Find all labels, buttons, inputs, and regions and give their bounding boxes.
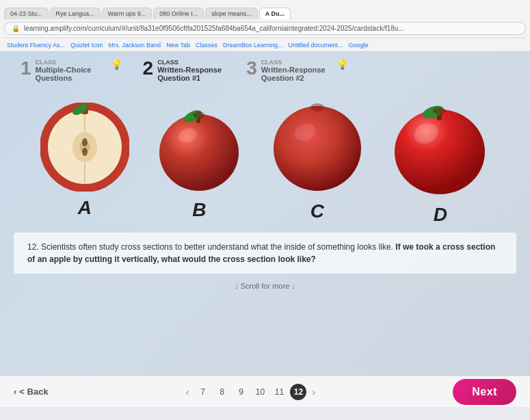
apple-item-c: C — [269, 99, 365, 222]
tab-2[interactable]: Rye Langua... — [50, 8, 101, 19]
svg-point-11 — [159, 114, 239, 191]
step-2-title: Written-Response Question #1 — [157, 66, 226, 82]
scroll-hint: ↓ Scroll for more ↓ — [14, 279, 516, 293]
step-2-number: 2 — [143, 59, 154, 78]
tab-1[interactable]: 04-23 Stu... — [4, 8, 49, 19]
tab-4[interactable]: 080 Online I... — [153, 8, 204, 19]
main-content: 1 CLASS Multiple-Choice Questions 💡 2 CL… — [0, 52, 530, 407]
tab-6-active[interactable]: A Du... — [259, 8, 291, 19]
step-3-lightbulb-icon: 💡 — [336, 59, 348, 70]
svg-point-5 — [82, 148, 88, 156]
bookmark-untitled[interactable]: Untitled document... — [289, 42, 343, 49]
apple-a-svg — [40, 103, 129, 192]
page-next-arrow[interactable]: › — [309, 386, 318, 397]
apple-d-label: D — [434, 204, 447, 226]
svg-point-17 — [274, 106, 361, 191]
bookmark-dreambox[interactable]: DreamBox Learning... — [223, 42, 283, 49]
bookmark-google[interactable]: Google — [349, 42, 369, 49]
step-1-class-label: CLASS — [36, 59, 104, 66]
address-bar[interactable]: 🔒 learning.amplify.com/curriculum/#/unit… — [4, 22, 526, 35]
page-prev-arrow[interactable]: ‹ — [183, 386, 192, 397]
bookmark-classes[interactable]: Classes — [196, 42, 217, 49]
page-10[interactable]: 10 — [252, 384, 268, 400]
svg-point-18 — [310, 103, 324, 111]
tab-bar: 04-23 Stu... Rye Langua... Warm ups 9...… — [4, 3, 526, 19]
bookmark-mrs-jackson[interactable]: Mrs. Jackson Band — [109, 42, 161, 49]
apple-d-image — [390, 96, 490, 198]
bottom-nav: ‹ < Back ‹ 7 8 9 10 11 12 › Next — [0, 376, 530, 407]
bookmark-quizlet[interactable]: Quizlet Icon — [70, 42, 103, 49]
page-7[interactable]: 7 — [194, 384, 211, 400]
step-3-number: 3 — [246, 59, 257, 78]
step-1-title: Multiple-Choice Questions — [36, 66, 104, 82]
step-1: 1 CLASS Multiple-Choice Questions 💡 — [21, 59, 122, 82]
url-text: learning.amplify.com/curriculum/#/unit/8… — [24, 25, 404, 32]
page-9[interactable]: 9 — [233, 384, 249, 400]
apple-item-b: B — [155, 101, 243, 221]
svg-point-25 — [434, 107, 446, 114]
apple-item-a: A — [40, 103, 129, 219]
step-1-info: CLASS Multiple-Choice Questions — [36, 59, 104, 82]
page-numbers: ‹ 7 8 9 10 11 12 › — [183, 384, 318, 400]
step-3-info: CLASS Written-Response Question #2 — [261, 59, 330, 82]
bookmark-new-tab[interactable]: New Tab — [166, 42, 190, 49]
lock-icon: 🔒 — [12, 25, 20, 32]
svg-point-20 — [395, 109, 485, 194]
next-label: Next — [472, 386, 497, 397]
step-2-class-label: CLASS — [157, 59, 226, 66]
question-body: Scientists often study cross sections to… — [41, 242, 393, 252]
step-3-title: Written-Response Question #2 — [261, 66, 330, 82]
bookmark-student-fluency[interactable]: Student Fluency As... — [7, 42, 65, 49]
apple-d-svg — [390, 96, 490, 198]
browser-chrome: 04-23 Stu... Rye Langua... Warm ups 9...… — [0, 0, 530, 52]
step-3-class-label: CLASS — [261, 59, 330, 66]
step-3: 3 CLASS Written-Response Question #2 💡 — [246, 59, 348, 82]
next-button[interactable]: Next — [453, 379, 516, 405]
svg-point-16 — [194, 111, 204, 118]
apple-a-image — [40, 103, 129, 192]
back-button[interactable]: ‹ < Back — [14, 386, 49, 397]
tab-3[interactable]: Warm ups 9... — [102, 8, 153, 19]
tab-5[interactable]: slope means... — [205, 8, 258, 19]
scroll-hint-text: ↓ Scroll for more ↓ — [235, 282, 295, 290]
apple-b-svg — [155, 101, 243, 194]
page-12-active[interactable]: 12 — [290, 384, 306, 400]
step-2-info: CLASS Written-Response Question #1 — [157, 59, 226, 82]
question-number: 12. — [27, 242, 41, 252]
apple-b-image — [155, 101, 243, 194]
bookmarks-bar: Student Fluency As... Quizlet Icon Mrs. … — [4, 38, 526, 51]
step-indicators: 1 CLASS Multiple-Choice Questions 💡 2 CL… — [14, 59, 516, 82]
apple-c-image — [269, 99, 365, 195]
apple-item-d: D — [390, 96, 490, 226]
back-arrow-icon: ‹ — [14, 386, 16, 397]
page-11[interactable]: 11 — [271, 384, 287, 400]
back-label: < Back — [19, 386, 48, 397]
apple-b-label: B — [192, 199, 206, 221]
question-area: 12. Scientists often study cross section… — [14, 233, 516, 274]
apples-container: A — [14, 89, 516, 233]
apple-c-label: C — [310, 200, 324, 222]
apple-c-svg — [269, 99, 365, 195]
page-8[interactable]: 8 — [213, 384, 230, 400]
step-1-number: 1 — [21, 59, 31, 78]
step-2: 2 CLASS Written-Response Question #1 — [143, 59, 226, 82]
svg-point-4 — [82, 138, 88, 146]
step-1-lightbulb-icon: 💡 — [111, 59, 122, 70]
question-text: 12. Scientists often study cross section… — [27, 241, 503, 265]
apple-a-label: A — [78, 197, 92, 219]
